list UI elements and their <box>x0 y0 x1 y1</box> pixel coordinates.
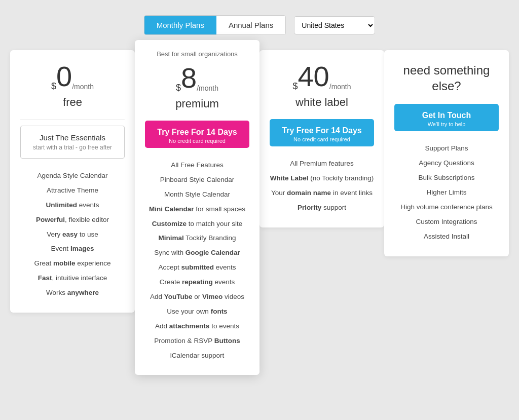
free-features-list: Agenda Style Calendar Attractive Theme U… <box>20 169 125 300</box>
whitelabel-price-area: $ 40 /month <box>270 62 374 91</box>
free-price-period: /month <box>72 83 94 91</box>
enterprise-cta-sub: We'll try to help <box>399 121 494 127</box>
whitelabel-dollar-sign: $ <box>292 82 298 91</box>
premium-price-amount: 8 <box>181 64 197 92</box>
enterprise-headline: need something else? <box>394 62 499 94</box>
whitelabel-plan-card: $ 40 /month white label Try Free For 14 … <box>260 50 384 227</box>
list-item: All Premium features <box>270 157 374 171</box>
free-price-area: $ 0 /month <box>20 62 125 91</box>
whitelabel-plan-name: white label <box>270 96 374 109</box>
whitelabel-price-period: /month <box>329 83 351 91</box>
list-item: All Free Features <box>145 158 249 173</box>
list-item: Month Style Calendar <box>145 187 249 202</box>
list-item: Support Plans <box>394 141 499 156</box>
list-item: Priority support <box>270 201 374 215</box>
list-item: Event Images <box>20 242 125 256</box>
list-item: Attractive Theme <box>20 183 125 198</box>
enterprise-cta-label: Get In Touch <box>422 111 471 120</box>
essentials-title: Just The Essentials <box>28 133 117 142</box>
annual-plans-button[interactable]: Annual Plans <box>216 16 285 34</box>
whitelabel-price-amount: 40 <box>298 62 329 91</box>
premium-cta-label: Try Free For 14 Days <box>157 128 237 136</box>
premium-plan-card: Best for small organizations $ 8 /month … <box>135 40 260 375</box>
list-item: Very easy to use <box>20 227 125 242</box>
list-item: Customize to match your site <box>145 217 249 232</box>
premium-plan-name: premium <box>145 97 249 110</box>
list-item: Custom Integrations <box>394 215 499 230</box>
list-item: High volume conference plans <box>394 200 499 215</box>
list-item: Unlimited events <box>20 198 125 213</box>
list-item: Sync with Google Calendar <box>145 246 249 260</box>
top-bar: Monthly Plans Annual Plans United States… <box>10 10 509 35</box>
list-item: Your domain name in event links <box>270 186 374 201</box>
list-item: Fast, intuitive interface <box>20 271 125 286</box>
enterprise-features-list: Support Plans Agency Questions Bulk Subs… <box>394 141 499 244</box>
list-item: Mini Calendar for small spaces <box>145 202 249 217</box>
whitelabel-features-list: All Premium features White Label (no Toc… <box>270 157 374 215</box>
free-plan-name: free <box>20 96 125 109</box>
plan-toggle: Monthly Plans Annual Plans <box>144 15 286 35</box>
whitelabel-cta-sub: No credit card required <box>275 136 369 142</box>
whitelabel-cta-button[interactable]: Try Free For 14 Days No credit card requ… <box>270 119 374 146</box>
enterprise-plan-card: need something else? Get In Touch We'll … <box>384 50 509 256</box>
list-item: Agency Questions <box>394 156 499 171</box>
list-item: Bulk Subscriptions <box>394 171 499 185</box>
list-item: Accept submitted events <box>145 260 249 275</box>
premium-price-area: $ 8 /month <box>145 64 249 92</box>
premium-best-for: Best for small organizations <box>145 50 249 58</box>
free-price-amount: 0 <box>56 62 72 91</box>
list-item: Works anywhere <box>20 286 125 300</box>
list-item: Minimal Tockify Branding <box>145 231 249 246</box>
list-item: iCalendar support <box>145 349 249 363</box>
free-plan-card: $ 0 /month free Just The Essentials star… <box>10 50 135 313</box>
list-item: Add YouTube or Vimeo videos <box>145 290 249 304</box>
premium-dollar-sign: $ <box>176 83 181 92</box>
whitelabel-cta-label: Try Free For 14 Days <box>282 126 361 135</box>
essentials-box: Just The Essentials start with a trial -… <box>20 126 125 159</box>
list-item: Assisted Install <box>394 230 499 244</box>
list-item: Use your own fonts <box>145 304 249 319</box>
list-item: Powerful, flexible editor <box>20 213 125 227</box>
premium-features-list: All Free Features Pinboard Style Calenda… <box>145 158 249 363</box>
plans-container: $ 0 /month free Just The Essentials star… <box>10 50 509 375</box>
list-item: Agenda Style Calendar <box>20 169 125 183</box>
list-item: White Label (no Tockify branding) <box>270 171 374 186</box>
monthly-plans-button[interactable]: Monthly Plans <box>144 16 216 34</box>
free-dollar-sign: $ <box>51 82 56 91</box>
list-item: Promotion & RSVP Buttons <box>145 334 249 349</box>
country-select[interactable]: United States Canada United Kingdom Aust… <box>294 16 375 34</box>
enterprise-cta-button[interactable]: Get In Touch We'll try to help <box>394 104 499 131</box>
essentials-sub: start with a trial - go free after <box>28 144 117 151</box>
list-item: Create repeating events <box>145 275 249 290</box>
list-item: Add attachments to events <box>145 319 249 334</box>
premium-price-period: /month <box>197 84 218 92</box>
list-item: Pinboard Style Calendar <box>145 173 249 187</box>
list-item: Great mobile experience <box>20 256 125 271</box>
list-item: Higher Limits <box>394 185 499 200</box>
premium-cta-button[interactable]: Try Free For 14 Days No credit card requ… <box>145 121 249 148</box>
premium-cta-sub: No credit card required <box>150 138 244 144</box>
